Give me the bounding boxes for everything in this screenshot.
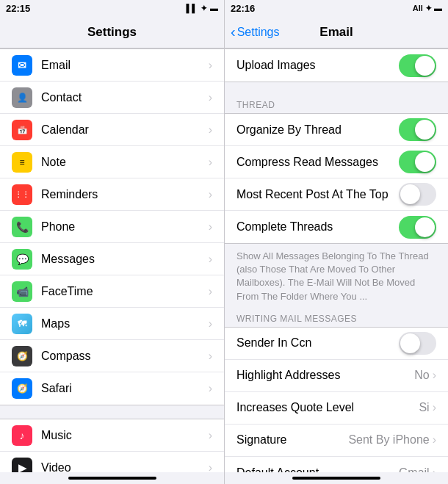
phone-icon: 📞 — [12, 217, 32, 237]
signal-icon: ▌▌ — [186, 4, 198, 12]
battery-icon: ▬ — [210, 4, 218, 12]
left-bottom-bar — [0, 472, 224, 484]
highlight-addresses-row[interactable]: Highlight Addresses No › — [225, 360, 448, 392]
settings-row-video[interactable]: ▶ Video › — [0, 452, 224, 472]
left-status-bar: 22:15 ▌▌ ✦ ▬ — [0, 0, 224, 16]
settings-row-phone[interactable]: 📞 Phone › — [0, 211, 224, 243]
note-label: Note — [41, 156, 209, 169]
compass-label: Compass — [41, 350, 209, 363]
email-label: Email — [41, 59, 209, 72]
settings-group-1: ✉ Email › 👤 Contact › 📅 Calendar › — [0, 48, 224, 405]
default-account-row[interactable]: Default Account Gmail › — [225, 457, 448, 472]
email-chevron: › — [209, 59, 212, 72]
right-nav-title: Email — [225, 25, 448, 40]
default-account-chevron: › — [433, 466, 436, 472]
safari-chevron: › — [209, 382, 212, 395]
phone-label: Phone — [41, 220, 209, 234]
phone-chevron: › — [209, 220, 212, 234]
settings-row-email[interactable]: ✉ Email › — [0, 49, 224, 82]
right-nav-bar: ‹ Settings Email — [225, 16, 448, 48]
group-separator — [0, 405, 224, 419]
settings-row-note[interactable]: ≡ Note › — [0, 146, 224, 178]
default-account-value: Gmail — [399, 466, 430, 472]
complete-threads-label: Complete Threads — [236, 220, 399, 234]
complete-threads-knob — [415, 217, 435, 237]
reminders-label: Reminders — [41, 188, 209, 201]
upload-images-toggle[interactable] — [399, 54, 436, 77]
left-home-indicator — [68, 477, 156, 480]
organize-thread-row[interactable]: Organize By Thread — [225, 114, 448, 146]
organize-thread-toggle[interactable] — [399, 118, 436, 141]
reminders-icon: ⋮⋮ — [12, 184, 32, 205]
music-chevron: › — [209, 429, 212, 442]
compress-read-toggle[interactable] — [399, 151, 436, 173]
writing-group: Sender In Ccn Highlight Addresses No › I… — [225, 327, 448, 472]
quote-level-row[interactable]: Increases Quote Level Si › — [225, 392, 448, 425]
note-chevron: › — [209, 156, 212, 169]
compress-read-row[interactable]: Compress Read Messages — [225, 146, 448, 178]
settings-row-messages[interactable]: 💬 Messages › — [0, 243, 224, 275]
facetime-icon: 📹 — [12, 281, 32, 302]
left-panel: 22:15 ▌▌ ✦ ▬ Settings ✉ Email › 👤 — [0, 0, 224, 484]
upload-images-row[interactable]: Upload Images — [225, 49, 448, 82]
facetime-chevron: › — [209, 285, 212, 298]
email-icon: ✉ — [12, 55, 32, 76]
wifi-icon: ✦ — [200, 4, 207, 13]
contact-chevron: › — [209, 91, 212, 104]
right-panel: 22:16 All ✦ ▬ ‹ Settings Email Upload Im… — [224, 0, 448, 484]
right-bottom-bar — [225, 472, 448, 484]
sender-ccn-row[interactable]: Sender In Ccn — [225, 328, 448, 360]
calendar-label: Calendar — [41, 123, 209, 137]
thread-section-header: THREAD — [225, 95, 448, 113]
contact-icon: 👤 — [12, 87, 32, 108]
right-time: 22:16 — [231, 3, 255, 14]
reminders-chevron: › — [209, 188, 212, 201]
sender-ccn-toggle[interactable] — [399, 332, 436, 355]
signature-row[interactable]: Signature Sent By iPhone › — [225, 425, 448, 457]
maps-icon: 🗺 — [12, 314, 32, 334]
settings-row-compass[interactable]: 🧭 Compass › — [0, 340, 224, 372]
left-time: 22:15 — [6, 3, 30, 14]
complete-threads-row[interactable]: Complete Threads — [225, 211, 448, 243]
right-settings-list[interactable]: Upload Images THREAD Organize By Thread … — [225, 48, 448, 472]
compass-icon: 🧭 — [12, 346, 32, 366]
highlight-addresses-value: No — [414, 369, 429, 382]
compass-chevron: › — [209, 350, 212, 363]
video-label: Video — [41, 461, 209, 473]
safari-icon: 🧭 — [12, 378, 32, 399]
music-icon: ♪ — [12, 425, 32, 446]
quote-level-value: Si — [419, 401, 429, 414]
left-settings-list[interactable]: ✉ Email › 👤 Contact › 📅 Calendar › — [0, 48, 224, 472]
most-recent-row[interactable]: Most Recent Post At The Top — [225, 178, 448, 211]
settings-row-facetime[interactable]: 📹 FaceTime › — [0, 275, 224, 308]
thread-note: Show All Messages Belonging To The Threa… — [225, 244, 448, 309]
settings-row-maps[interactable]: 🗺 Maps › — [0, 308, 224, 340]
settings-row-contact[interactable]: 👤 Contact › — [0, 82, 224, 114]
settings-group-2: ♪ Music › ▶ Video › 🌻 Picture › — [0, 419, 224, 472]
settings-row-reminders[interactable]: ⋮⋮ Reminders › — [0, 178, 224, 211]
thread-separator — [225, 82, 448, 95]
complete-threads-toggle[interactable] — [399, 216, 436, 239]
settings-row-music[interactable]: ♪ Music › — [0, 419, 224, 452]
compress-read-knob — [415, 152, 435, 172]
right-status-bar: 22:16 All ✦ ▬ — [225, 0, 448, 16]
messages-icon: 💬 — [12, 249, 32, 270]
signature-label: Signature — [236, 433, 348, 447]
settings-row-safari[interactable]: 🧭 Safari › — [0, 372, 224, 405]
highlight-addresses-chevron: › — [433, 369, 436, 382]
default-account-label: Default Account — [236, 466, 399, 472]
maps-label: Maps — [41, 317, 209, 331]
upload-images-knob — [415, 56, 435, 76]
organize-thread-label: Organize By Thread — [236, 123, 399, 137]
settings-row-calendar[interactable]: 📅 Calendar › — [0, 114, 224, 146]
highlight-addresses-label: Highlight Addresses — [236, 369, 414, 382]
most-recent-toggle[interactable] — [399, 183, 436, 206]
organize-thread-knob — [415, 120, 435, 140]
maps-chevron: › — [209, 317, 212, 331]
messages-label: Messages — [41, 253, 209, 266]
safari-label: Safari — [41, 382, 209, 395]
video-icon: ▶ — [12, 458, 32, 473]
right-status-icons: All ✦ ▬ — [413, 4, 442, 13]
thread-group: Organize By Thread Compress Read Message… — [225, 113, 448, 244]
note-icon: ≡ — [12, 152, 32, 173]
